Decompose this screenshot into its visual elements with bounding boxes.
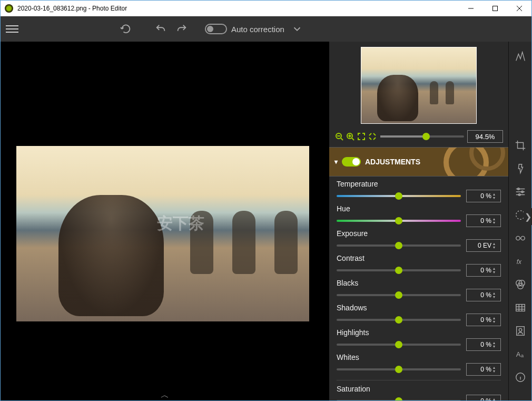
slider-track[interactable]	[337, 400, 461, 400]
slider-track[interactable]	[337, 368, 461, 370]
slider-value[interactable]: 0 %▴▾	[466, 314, 501, 326]
slider-row-highlights: Highlights0 %▴▾	[337, 328, 501, 351]
redeye-tool[interactable]	[513, 230, 528, 246]
sliders-tool[interactable]	[513, 184, 528, 200]
watermark: 安下茶	[157, 213, 204, 234]
svg-point-16	[520, 236, 524, 240]
top-toolbar: Auto correction	[1, 16, 531, 42]
zoom-controls: 94.5%	[329, 129, 508, 147]
svg-text:fx: fx	[516, 258, 521, 266]
slider-value[interactable]: 0 %▴▾	[466, 363, 501, 376]
slider-value[interactable]: 0 %▴▾	[466, 214, 501, 227]
svg-point-15	[516, 236, 519, 240]
slider-value[interactable]: 0 EV▴▾	[466, 239, 501, 252]
expand-panel-button[interactable]: ❯	[524, 208, 532, 225]
slider-row-blacks: Blacks0 %▴▾	[337, 279, 501, 301]
slider-track[interactable]	[337, 344, 461, 346]
slider-label: Whites	[337, 353, 501, 361]
slider-track[interactable]	[337, 220, 461, 222]
svg-text:A: A	[516, 350, 520, 358]
canvas-area[interactable]: 安下茶 ︿	[1, 42, 329, 400]
auto-correction-dropdown[interactable]	[289, 21, 306, 37]
svg-text:a: a	[520, 353, 524, 358]
undo-button[interactable]	[152, 21, 169, 37]
content-area: 安下茶 ︿ 94.5%	[1, 42, 531, 400]
slider-row-saturation: Saturation0 %▴▾	[337, 385, 501, 400]
svg-point-28	[519, 328, 522, 331]
window-title: 2020-03-16_083612.png - Photo Editor	[17, 5, 459, 12]
zoom-slider[interactable]	[380, 135, 464, 138]
slider-value[interactable]: 0 %▴▾	[466, 395, 501, 400]
zoom-out-icon[interactable]	[334, 132, 344, 141]
svg-rect-1	[493, 6, 498, 11]
slider-label: Shadows	[337, 304, 501, 312]
slider-row-contrast: Contrast0 %▴▾	[337, 254, 501, 277]
auto-correction-toggle[interactable]	[205, 24, 227, 34]
color-tool[interactable]	[513, 277, 528, 292]
sidebar: 94.5% ▾ ADJUSTMENTS Temperature0 %▴▾Hue0…	[329, 42, 508, 400]
svg-line-8	[352, 138, 354, 140]
slider-value[interactable]: 0 %▴▾	[466, 190, 501, 202]
expand-bottom-panel[interactable]: ︿	[1, 390, 329, 400]
adjustments-header[interactable]: ▾ ADJUSTMENTS	[329, 147, 508, 177]
app-icon	[5, 4, 13, 13]
slider-track[interactable]	[337, 319, 461, 321]
preview-panel	[329, 42, 508, 129]
crop-tool[interactable]	[513, 138, 528, 153]
preview-image[interactable]	[361, 47, 477, 124]
svg-rect-22	[516, 305, 525, 311]
slider-row-hue: Hue0 %▴▾	[337, 204, 501, 227]
collapse-icon: ▾	[334, 158, 338, 165]
adjustments-toggle[interactable]	[342, 157, 361, 167]
redo-button[interactable]	[173, 21, 190, 37]
portrait-tool[interactable]	[513, 323, 528, 339]
histogram-tool[interactable]	[513, 49, 528, 65]
zoom-value[interactable]: 94.5%	[467, 130, 503, 143]
slider-row-temperature: Temperature0 %▴▾	[337, 180, 501, 202]
slider-label: Blacks	[337, 279, 501, 287]
slider-value[interactable]: 0 %▴▾	[466, 264, 501, 277]
slider-label: Contrast	[337, 254, 501, 262]
main-image[interactable]: 安下茶	[16, 146, 309, 321]
slider-track[interactable]	[337, 244, 461, 247]
develop-tool[interactable]	[513, 161, 528, 177]
minimize-button[interactable]	[459, 1, 483, 16]
slider-label: Exposure	[337, 229, 501, 238]
zoom-fit-icon[interactable]	[357, 132, 366, 141]
menu-button[interactable]	[5, 22, 19, 36]
slider-track[interactable]	[337, 269, 461, 271]
undo-all-button[interactable]	[117, 21, 134, 37]
zoom-in-icon[interactable]	[346, 132, 355, 141]
info-tool[interactable]	[513, 369, 528, 385]
slider-row-exposure: Exposure0 EV▴▾	[337, 229, 501, 252]
slider-row-shadows: Shadows0 %▴▾	[337, 304, 501, 326]
text-tool[interactable]: Aa	[513, 346, 528, 362]
close-button[interactable]	[507, 1, 531, 16]
sliders-panel: Temperature0 %▴▾Hue0 %▴▾Exposure0 EV▴▾Co…	[329, 177, 508, 400]
slider-track[interactable]	[337, 294, 461, 296]
maximize-button[interactable]	[483, 1, 507, 16]
slider-track[interactable]	[337, 195, 461, 197]
auto-correction-label: Auto correction	[231, 25, 284, 34]
svg-line-5	[341, 138, 343, 140]
app-window: 2020-03-16_083612.png - Photo Editor Aut…	[0, 0, 532, 401]
slider-label: Saturation	[337, 385, 501, 393]
border-tool[interactable]	[513, 300, 528, 316]
slider-value[interactable]: 0 %▴▾	[466, 338, 501, 351]
slider-separator	[337, 380, 501, 380]
slider-label: Temperature	[337, 180, 501, 188]
svg-rect-27	[516, 327, 524, 336]
slider-row-whites: Whites0 %▴▾	[337, 353, 501, 376]
titlebar: 2020-03-16_083612.png - Photo Editor	[1, 1, 531, 16]
adjustments-label: ADJUSTMENTS	[365, 158, 420, 166]
slider-label: Hue	[337, 204, 501, 213]
slider-label: Highlights	[337, 328, 501, 337]
effects-tool[interactable]: fx	[513, 253, 528, 269]
zoom-actual-icon[interactable]	[368, 132, 377, 141]
slider-value[interactable]: 0 %▴▾	[466, 289, 501, 301]
